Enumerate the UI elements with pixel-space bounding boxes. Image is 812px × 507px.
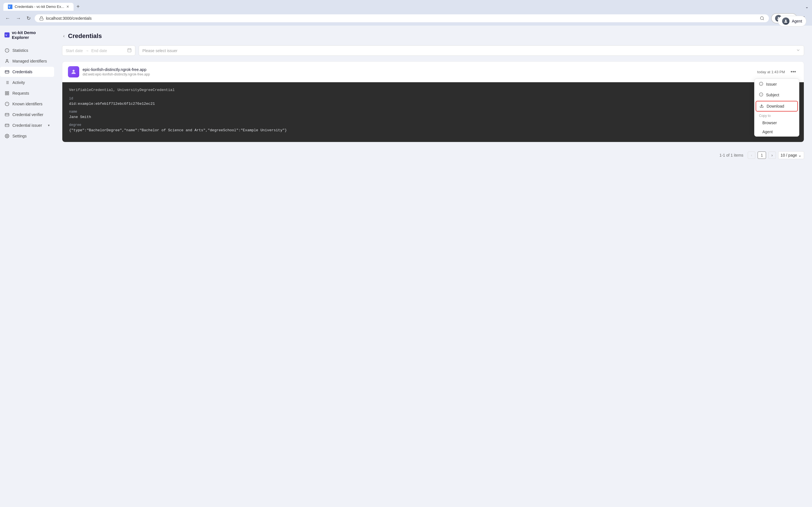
sidebar-label-known-identifiers: Known identifiers <box>12 102 43 106</box>
agent-button[interactable]: Agent <box>778 16 806 26</box>
page-title: Credentials <box>68 33 102 40</box>
pagination-page-1-button[interactable]: 1 <box>758 152 766 159</box>
credential-field-degree: degree {"type":"BachelorDegree","name":"… <box>69 123 797 132</box>
statistics-icon <box>4 48 10 53</box>
sidebar-item-statistics[interactable]: Statistics <box>0 45 54 55</box>
sidebar-item-credentials[interactable]: Credentials <box>0 67 54 77</box>
sidebar-label-statistics: Statistics <box>12 48 28 53</box>
credential-field-label-degree: degree <box>69 123 797 127</box>
svg-point-3 <box>760 17 763 20</box>
chevron-down-icon <box>796 48 801 53</box>
svg-rect-30 <box>128 49 131 52</box>
pagination-info: 1-1 of 1 items <box>719 153 744 158</box>
sidebar-item-credential-verifier[interactable]: Credential verifier <box>0 110 54 120</box>
credential-field-name: name Jane Smith <box>69 110 797 119</box>
page-size-label: 10 / page <box>781 153 797 158</box>
svg-rect-23 <box>5 94 7 95</box>
svg-rect-2 <box>40 18 43 20</box>
credential-field-id: id did:example:ebfeb1f712ebc6f1c276e12ec… <box>69 97 797 106</box>
credential-info: epic-lionfish-distinctly.ngrok-free.app … <box>83 67 754 76</box>
credential-card: epic-lionfish-distinctly.ngrok-free.app … <box>62 61 804 142</box>
credential-issuer-icon <box>4 123 10 128</box>
calendar-icon <box>127 48 132 53</box>
pagination: 1-1 of 1 items ‹ 1 › 10 / page ⌄ <box>62 147 804 164</box>
svg-point-11 <box>6 59 8 61</box>
sidebar-label-credential-verifier: Credential verifier <box>12 112 43 117</box>
context-menu-item-issuer[interactable]: Issuer <box>755 79 799 90</box>
svg-rect-27 <box>5 124 9 126</box>
agent-label: Agent <box>792 19 802 23</box>
svg-rect-20 <box>5 92 7 93</box>
svg-point-42 <box>785 20 786 21</box>
download-icon <box>760 104 764 109</box>
context-menu-subject-label: Subject <box>766 93 779 97</box>
tab-favicon: V <box>8 4 12 9</box>
issuer-filter[interactable]: Please select issuer <box>139 45 804 56</box>
sidebar-label-settings: Settings <box>12 134 27 138</box>
context-menu-item-agent[interactable]: Agent <box>755 127 799 136</box>
svg-rect-21 <box>7 92 9 93</box>
svg-text:V: V <box>5 34 7 37</box>
info-icon-subject <box>759 93 763 98</box>
new-tab-button[interactable]: + <box>75 2 82 11</box>
sidebar-item-settings[interactable]: Settings <box>0 131 54 141</box>
sidebar: V vc-kit Demo Explorer Statistics <box>0 25 54 507</box>
sidebar-label-requests: Requests <box>12 91 29 96</box>
credential-field-value-name: Jane Smith <box>69 115 797 119</box>
credential-field-label-id: id <box>69 97 797 101</box>
tab-close-button[interactable]: × <box>66 4 69 9</box>
date-start-placeholder: Start date <box>66 48 83 53</box>
sidebar-item-known-identifiers[interactable]: Known identifiers <box>0 99 54 109</box>
sidebar-label-credential-issuer: Credential issuer <box>12 123 42 128</box>
credential-issuer-icon <box>68 66 79 77</box>
sidebar-collapse-button[interactable]: ‹ <box>62 33 66 40</box>
activity-icon <box>4 80 10 85</box>
credential-field-label-name: name <box>69 110 797 114</box>
address-bar[interactable]: localhost:3000/credentials <box>35 14 769 22</box>
requests-icon <box>4 91 10 96</box>
search-icon <box>760 16 764 20</box>
tab-title: Credentials - vc-kit Demo Ex... <box>15 4 64 9</box>
credential-type: VerifiableCredential, UniversityDegreeCr… <box>69 88 797 92</box>
pagination-next-button[interactable]: › <box>768 152 776 159</box>
url-input[interactable]: localhost:3000/credentials <box>46 16 758 20</box>
credential-menu-button[interactable]: ••• <box>788 68 798 76</box>
main-content: ‹ Credentials Start date → End date Plea <box>54 25 812 507</box>
reload-button[interactable]: ↻ <box>25 14 33 22</box>
sidebar-item-requests[interactable]: Requests <box>0 88 54 98</box>
context-menu-item-browser[interactable]: Browser <box>755 118 799 127</box>
expand-icon: ▾ <box>48 123 50 127</box>
context-menu-item-subject[interactable]: Subject <box>755 90 799 100</box>
info-icon-issuer <box>759 82 763 87</box>
credential-did: did:web:epic-lionfish-distinctly.ngrok-f… <box>83 72 754 76</box>
pagination-prev-button[interactable]: ‹ <box>748 152 755 159</box>
known-identifiers-icon <box>4 101 10 107</box>
credential-issuer-name: epic-lionfish-distinctly.ngrok-free.app <box>83 67 754 72</box>
sidebar-item-managed-identifiers[interactable]: Managed identifiers <box>0 56 54 66</box>
credential-verifier-icon <box>4 112 10 117</box>
settings-icon <box>4 133 10 138</box>
date-range-filter[interactable]: Start date → End date <box>62 45 135 56</box>
page-size-selector[interactable]: 10 / page ⌄ <box>778 151 804 159</box>
active-tab[interactable]: V Credentials - vc-kit Demo Ex... × <box>3 3 73 11</box>
context-menu-item-download[interactable]: Download <box>756 101 798 112</box>
context-menu-download-label: Download <box>767 104 784 108</box>
app-logo: V vc-kit Demo Explorer <box>0 30 54 45</box>
issuer-placeholder: Please select issuer <box>142 48 177 53</box>
page-header: ‹ Credentials <box>62 33 804 40</box>
lock-icon <box>39 16 44 20</box>
back-button[interactable]: ← <box>3 14 12 22</box>
date-end-placeholder: End date <box>91 48 107 53</box>
sidebar-item-credential-issuer[interactable]: Credential issuer ▾ <box>0 120 54 130</box>
managed-identifiers-icon <box>4 59 10 64</box>
svg-rect-12 <box>5 70 9 73</box>
context-menu: Issuer Subject <box>754 78 799 136</box>
forward-button[interactable]: → <box>14 14 22 22</box>
sidebar-item-activity[interactable]: Activity <box>0 77 54 88</box>
copy-to-section-label: Copy to <box>755 112 799 118</box>
page-size-chevron-icon: ⌄ <box>798 153 802 158</box>
sidebar-label-activity: Activity <box>12 80 25 85</box>
credential-field-value-id: did:example:ebfeb1f712ebc6f1c276e12ec21 <box>69 102 797 106</box>
app-logo-icon: V <box>4 32 10 38</box>
credentials-icon <box>4 69 10 74</box>
